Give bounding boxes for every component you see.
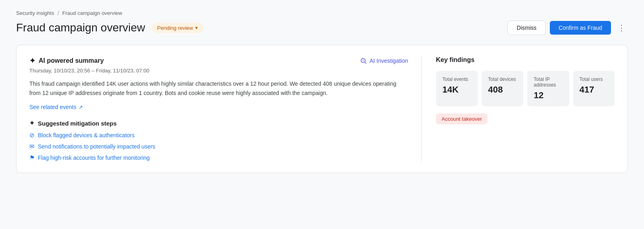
stat-total-ip-value: 12 xyxy=(534,90,563,101)
ai-summary-section: ✦ AI powered summary AI Investigation Th… xyxy=(29,56,421,161)
account-takeover-tag[interactable]: Account takeover xyxy=(436,113,487,124)
mitigation-section: ✦ Suggested mitigation steps ⊘ Block fla… xyxy=(29,120,408,161)
stat-total-ip-label: Total IP addresses xyxy=(534,76,563,88)
mitigation-label-2: Flag high-risk accounts for further moni… xyxy=(38,155,150,161)
mitigation-item-0[interactable]: ⊘ Block flagged devices & authenticators xyxy=(29,132,408,139)
ai-investigation-label: AI Investigation xyxy=(369,58,408,64)
stat-total-devices: Total devices 408 xyxy=(482,71,524,106)
block-icon: ⊘ xyxy=(29,132,35,139)
breadcrumb-security-insights[interactable]: Security insights xyxy=(16,10,54,16)
mitigation-title-text: Suggested mitigation steps xyxy=(38,120,117,127)
more-options-button[interactable]: ⋮ xyxy=(615,21,628,35)
mitigation-label-1: Send notifications to potentially impact… xyxy=(38,143,155,150)
ai-investigation-link[interactable]: AI Investigation xyxy=(360,57,408,64)
breadcrumb-separator: / xyxy=(58,10,59,17)
stat-total-devices-label: Total devices xyxy=(488,76,517,82)
stat-total-devices-value: 408 xyxy=(488,85,517,95)
date-range: Thursday, 10/10/23, 20:56 – Friday, 11/1… xyxy=(29,68,408,74)
stat-total-events: Total events 14K xyxy=(436,71,478,106)
status-badge[interactable]: Pending review ▾ xyxy=(152,23,204,33)
mitigation-list: ⊘ Block flagged devices & authenticators… xyxy=(29,132,408,161)
header-left: Fraud campaign overview Pending review ▾ xyxy=(16,21,203,35)
stat-total-users-label: Total users xyxy=(580,76,609,82)
key-findings-section: Key findings Total events 14K Total devi… xyxy=(421,56,615,161)
breadcrumb-current: Fraud campaign overview xyxy=(62,10,122,16)
ai-summary-title: AI powered summary xyxy=(39,57,104,64)
mitigation-title: ✦ Suggested mitigation steps xyxy=(29,120,408,127)
see-related-events-link[interactable]: See related events ↗ xyxy=(29,104,83,110)
page-title: Fraud campaign overview xyxy=(16,21,145,35)
summary-text: This fraud campaign identified 14K user … xyxy=(29,79,408,98)
ai-summary-title-group: ✦ AI powered summary xyxy=(29,56,104,65)
stat-total-events-label: Total events xyxy=(442,76,471,82)
header-actions: Dismiss Confirm as Fraud ⋮ xyxy=(508,21,628,35)
mitigation-label-0: Block flagged devices & authenticators xyxy=(38,132,134,138)
see-related-events-label: See related events xyxy=(29,104,76,110)
svg-line-1 xyxy=(365,62,366,63)
ai-summary-header: ✦ AI powered summary AI Investigation xyxy=(29,56,408,65)
confirm-as-fraud-button[interactable]: Confirm as Fraud xyxy=(550,21,611,35)
stat-total-users: Total users 417 xyxy=(573,71,615,106)
mitigation-item-1[interactable]: ✉ Send notifications to potentially impa… xyxy=(29,143,408,150)
stats-grid: Total events 14K Total devices 408 Total… xyxy=(436,71,615,106)
more-icon: ⋮ xyxy=(617,23,625,33)
external-link-icon: ↗ xyxy=(78,104,83,110)
flag-icon: ⚑ xyxy=(29,154,35,161)
mitigation-sparkle-icon: ✦ xyxy=(29,120,35,127)
stat-total-users-value: 417 xyxy=(580,85,609,95)
status-badge-label: Pending review xyxy=(157,25,193,31)
mail-icon: ✉ xyxy=(29,143,35,150)
breadcrumb: Security insights / Fraud campaign overv… xyxy=(16,10,628,17)
key-findings-title: Key findings xyxy=(436,56,615,64)
stat-total-ip: Total IP addresses 12 xyxy=(527,71,569,106)
page-header: Fraud campaign overview Pending review ▾… xyxy=(16,21,628,35)
ai-investigation-icon xyxy=(360,57,367,64)
mitigation-item-2[interactable]: ⚑ Flag high-risk accounts for further mo… xyxy=(29,154,408,161)
sparkle-icon: ✦ xyxy=(29,56,35,65)
dismiss-button[interactable]: Dismiss xyxy=(508,21,546,35)
chevron-down-icon: ▾ xyxy=(195,25,198,31)
stat-total-events-value: 14K xyxy=(442,85,471,95)
main-card: ✦ AI powered summary AI Investigation Th… xyxy=(16,45,628,173)
